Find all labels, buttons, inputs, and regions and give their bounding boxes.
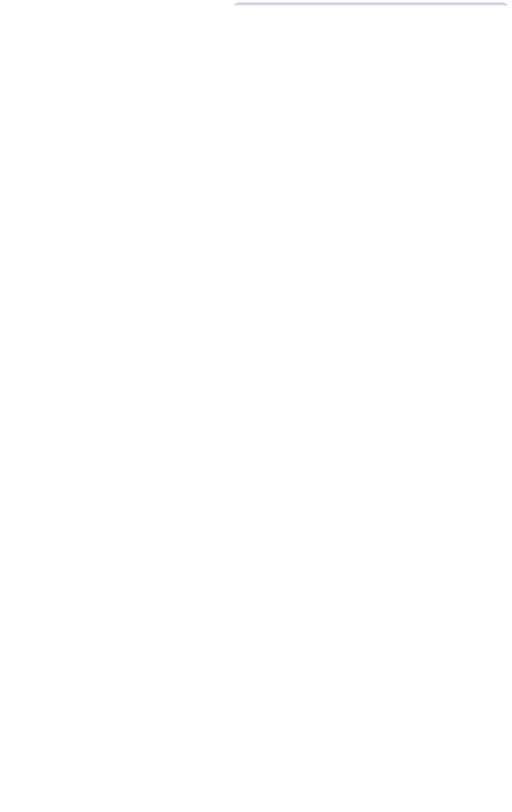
complextype-outer-header[interactable]: CT+ ScanDocumentStatusType : ImagingDocu… [233,3,509,5]
complextype-outer: CT+ ScanDocumentStatusType : ImagingDocu… [232,3,509,5]
